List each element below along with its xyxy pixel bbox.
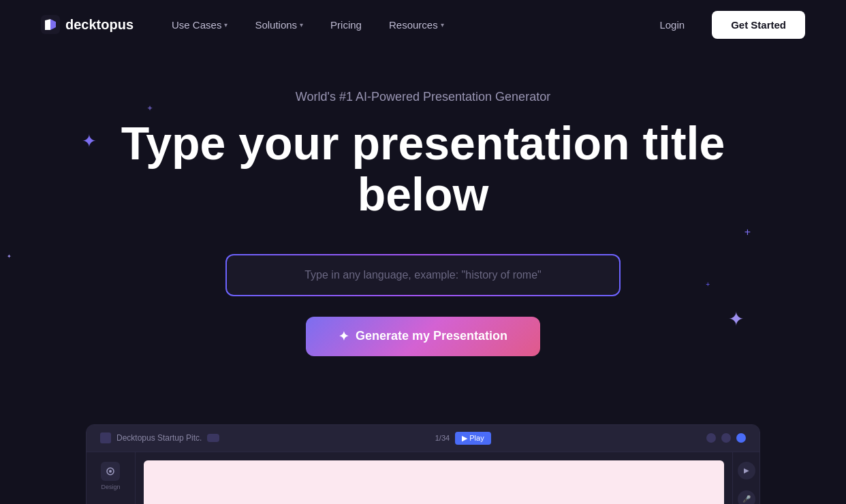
navbar-left: decktopus Use Cases ▾ Solutions ▾ Pricin… [41, 14, 455, 36]
navbar-right: Login Get Started [648, 11, 805, 39]
get-started-button[interactable]: Get Started [712, 11, 805, 39]
slide-counter: 1/34 [435, 434, 450, 442]
star-decoration-6: ✦ [7, 253, 12, 259]
nav-item-solutions-label: Solutions [255, 19, 297, 31]
nav-item-use-cases[interactable]: Use Cases ▾ [161, 14, 238, 36]
generate-button-label: Generate my Presentation [356, 329, 507, 343]
titlebar-dot-1 [706, 433, 716, 443]
titlebar-dot-2 [721, 433, 731, 443]
titlebar-left: Decktopus Startup Pitc. [100, 432, 219, 443]
star-decoration-5: ✦ [728, 308, 744, 330]
nav-item-resources[interactable]: Resources ▾ [378, 14, 455, 36]
titlebar-filename: Decktopus Startup Pitc. [116, 433, 202, 443]
chevron-down-icon: ▾ [224, 21, 228, 29]
nav-item-pricing-label: Pricing [330, 19, 362, 31]
preview-body: Design Elements [87, 452, 759, 504]
titlebar-right [706, 433, 746, 443]
logo-icon [41, 15, 60, 34]
nav-item-use-cases-label: Use Cases [172, 19, 221, 31]
logo[interactable]: decktopus [41, 15, 134, 34]
sparkle-icon: ✦ [339, 329, 349, 344]
preview-canvas-area [136, 452, 732, 504]
design-icon [101, 462, 120, 481]
login-button[interactable]: Login [648, 14, 695, 36]
nav-item-resources-label: Resources [389, 19, 438, 31]
nav-item-solutions[interactable]: Solutions ▾ [244, 14, 314, 36]
logo-text: decktopus [65, 17, 134, 33]
star-decoration-4: + [706, 281, 710, 288]
preview-titlebar: Decktopus Startup Pitc. 1/34 ▶ Play [87, 425, 759, 452]
star-decoration-2: ✦ [146, 104, 153, 113]
preview-sidebar: Design Elements [87, 452, 136, 504]
star-decoration-1: ✦ [82, 131, 97, 152]
titlebar-cloud-icon [207, 434, 219, 442]
chevron-down-icon: ▾ [441, 21, 444, 29]
nav-item-pricing[interactable]: Pricing [319, 14, 373, 36]
svg-point-2 [109, 470, 112, 473]
input-container [225, 254, 621, 296]
preview-right-tools: ▶ 🎤 [732, 452, 759, 504]
preview-section: Decktopus Startup Pitc. 1/34 ▶ Play [0, 424, 846, 504]
titlebar-center: 1/34 ▶ Play [435, 432, 491, 445]
hero-title: Type your presentation title below [116, 118, 730, 220]
nav-links: Use Cases ▾ Solutions ▾ Pricing Resource… [161, 14, 455, 36]
navbar: decktopus Use Cases ▾ Solutions ▾ Pricin… [0, 0, 846, 49]
preview-window: Decktopus Startup Pitc. 1/34 ▶ Play [86, 424, 760, 504]
hero-section: ✦ ✦ + + ✦ ✦ World's #1 AI-Powered Presen… [0, 49, 846, 424]
preview-canvas [144, 460, 724, 504]
play-button[interactable]: ▶ Play [455, 432, 490, 445]
sidebar-tool-design[interactable]: Design [101, 462, 120, 490]
mic-button[interactable]: 🎤 [738, 490, 755, 504]
design-label: Design [101, 484, 120, 490]
titlebar-dot-avatar [736, 433, 746, 443]
titlebar-home-icon [100, 432, 111, 443]
play-label: ▶ Play [462, 434, 484, 443]
hero-subtitle: World's #1 AI-Powered Presentation Gener… [296, 90, 550, 104]
chevron-down-icon: ▾ [300, 21, 303, 29]
generate-presentation-button[interactable]: ✦ Generate my Presentation [306, 317, 540, 356]
star-decoration-3: + [745, 226, 751, 238]
play-slide-button[interactable]: ▶ [738, 462, 755, 479]
presentation-title-input[interactable] [225, 254, 621, 296]
